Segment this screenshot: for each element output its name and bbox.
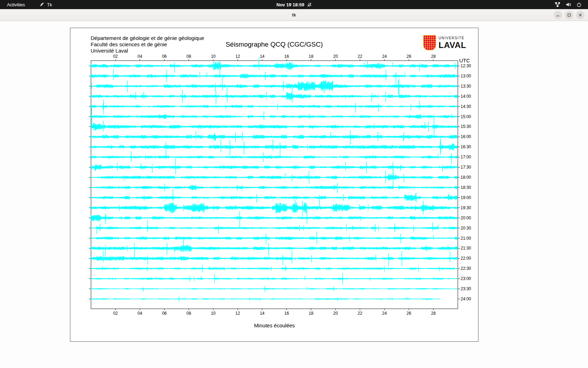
power-icon <box>576 2 582 7</box>
trace-row <box>91 200 457 216</box>
time-label: 19:30 <box>461 205 471 210</box>
tk-app-icon <box>40 2 44 7</box>
time-label: 17:00 <box>461 155 471 159</box>
window-title: tk <box>292 12 296 18</box>
window-titlebar[interactable]: tk <box>0 9 588 21</box>
x-tick-label-top: 28 <box>431 54 436 59</box>
notifications-muted-icon <box>307 2 312 7</box>
trace-row <box>91 78 457 96</box>
trace-row <box>91 220 457 234</box>
x-tick-label-bottom: 10 <box>211 311 216 316</box>
trace-row <box>91 232 457 244</box>
focused-app-indicator[interactable]: Tk <box>40 2 52 7</box>
x-axis-title: Minutes écoulées <box>254 322 295 328</box>
x-tick-label-bottom: 16 <box>284 311 289 316</box>
trace-row <box>91 273 457 285</box>
seismograph-canvas: 0202040406060808101012121414161618182020… <box>70 28 478 341</box>
trace-row <box>91 152 457 165</box>
x-tick-label-top: 24 <box>382 54 387 59</box>
time-label: 12:30 <box>461 63 471 68</box>
x-tick-label-bottom: 22 <box>358 311 363 316</box>
trace-row <box>91 69 457 84</box>
trace-row <box>91 211 457 228</box>
time-label: 15:30 <box>461 124 471 129</box>
close-button[interactable] <box>576 11 584 19</box>
clock-label: Nov 19 18:59 <box>276 2 304 7</box>
time-label: 16:00 <box>461 134 471 139</box>
time-label: 14:30 <box>461 104 471 109</box>
time-label: 21:30 <box>461 246 471 251</box>
trace-row <box>91 169 457 187</box>
trace-row <box>91 131 457 145</box>
x-tick-label-top: 18 <box>309 54 314 59</box>
x-tick-label-top: 22 <box>358 54 363 59</box>
time-label: 14:00 <box>461 94 471 99</box>
time-label: 22:00 <box>461 256 471 261</box>
time-label: 15:00 <box>461 114 471 119</box>
maximize-button[interactable] <box>565 11 573 19</box>
x-tick-label-top: 02 <box>113 54 118 59</box>
time-label: 23:30 <box>461 286 471 291</box>
activities-button[interactable]: Activities <box>6 2 26 7</box>
x-tick-label-bottom: 02 <box>113 311 118 316</box>
trace-row <box>91 158 457 178</box>
trace-row <box>91 87 457 104</box>
x-tick-label-top: 08 <box>187 54 191 59</box>
close-icon <box>578 13 582 17</box>
time-label: 23:00 <box>461 276 471 281</box>
trace-row <box>91 265 457 273</box>
x-tick-label-bottom: 06 <box>162 311 167 316</box>
system-status-area[interactable] <box>555 0 588 9</box>
x-tick-label-top: 06 <box>162 54 167 59</box>
network-icon <box>555 2 560 7</box>
x-tick-label-bottom: 20 <box>333 311 338 316</box>
time-label: 24:00 <box>461 297 471 301</box>
time-label: 13:30 <box>461 84 471 89</box>
time-label: 19:00 <box>461 195 471 200</box>
tk-window-content: Département de géologie et de génie géol… <box>0 21 588 368</box>
x-tick-label-top: 14 <box>260 54 265 59</box>
minimize-button[interactable] <box>554 11 562 19</box>
x-tick-label-top: 12 <box>236 54 240 59</box>
time-label: 20:00 <box>461 216 471 220</box>
trace-row <box>91 116 457 137</box>
clock-menu[interactable]: Nov 19 18:59 <box>276 2 312 7</box>
trace-row <box>91 286 457 292</box>
trace-row <box>91 238 457 257</box>
trace-row <box>91 189 457 206</box>
trace-row <box>91 57 457 77</box>
x-tick-label-top: 16 <box>284 54 289 59</box>
x-tick-label-bottom: 14 <box>260 311 265 316</box>
time-label: 20:30 <box>461 226 471 231</box>
x-tick-label-top: 20 <box>333 54 338 59</box>
volume-icon <box>566 2 571 7</box>
x-tick-label-bottom: 04 <box>138 311 142 316</box>
time-label: 21:00 <box>461 236 471 241</box>
x-tick-label-top: 10 <box>211 54 216 59</box>
seismograph-panel: Département de géologie et de génie géol… <box>70 28 478 342</box>
time-label: 18:30 <box>461 185 471 190</box>
x-tick-label-bottom: 26 <box>407 311 412 316</box>
time-label: 22:30 <box>461 266 471 271</box>
focused-app-label: Tk <box>47 2 52 7</box>
x-tick-label-bottom: 12 <box>236 311 240 316</box>
trace-row <box>91 100 457 114</box>
trace-row <box>91 183 457 193</box>
time-label: 17:30 <box>461 165 471 170</box>
minimize-icon <box>556 13 560 17</box>
gnome-top-bar: Activities Tk Nov 19 18:59 <box>0 0 588 9</box>
trace-row <box>91 107 457 126</box>
trace-row <box>91 138 457 157</box>
trace-row <box>91 296 440 302</box>
utc-label: UTC <box>459 57 470 63</box>
time-label: 13:00 <box>461 74 471 79</box>
time-label: 18:00 <box>461 175 471 180</box>
maximize-icon <box>567 13 571 17</box>
trace-row <box>91 251 457 266</box>
x-tick-label-bottom: 18 <box>309 311 314 316</box>
x-tick-label-top: 26 <box>407 54 412 59</box>
time-label: 16:30 <box>461 144 471 149</box>
x-tick-label-top: 04 <box>138 54 142 59</box>
x-tick-label-bottom: 24 <box>382 311 387 316</box>
x-tick-label-bottom: 28 <box>431 311 436 316</box>
